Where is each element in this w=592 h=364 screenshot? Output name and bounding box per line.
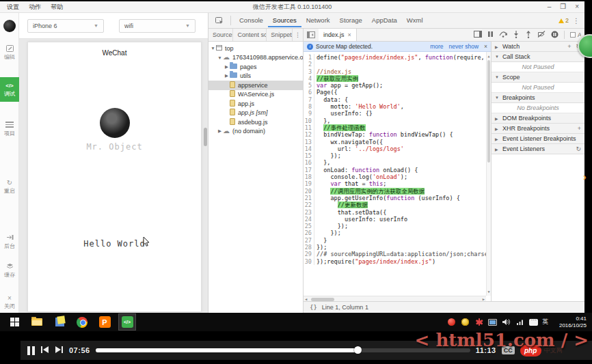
line-number-gutter[interactable]: 7 bbox=[304, 96, 314, 103]
notice-never-show-link[interactable]: never show bbox=[449, 43, 479, 50]
tree-item-1763410988-appservice-open-wei[interactable]: ▼☁1763410988.appservice.open.wei bbox=[208, 53, 303, 63]
coin-icon[interactable] bbox=[460, 317, 470, 327]
tree-item-app-js--sm-[interactable]: app.js [sm] bbox=[208, 109, 303, 118]
subtab-snippets[interactable]: Snippets bbox=[267, 29, 293, 41]
pause-button[interactable] bbox=[27, 346, 35, 355]
add-icon[interactable]: + bbox=[567, 43, 571, 50]
line-number-gutter[interactable]: 2 bbox=[304, 61, 314, 68]
pause-script-icon[interactable] bbox=[487, 31, 494, 39]
ime-panel-icon[interactable] bbox=[528, 317, 539, 327]
toggle-navigator-icon[interactable] bbox=[304, 29, 319, 41]
section-header-call-stack[interactable]: ▼Call Stack bbox=[492, 52, 584, 62]
line-number-gutter[interactable]: 4 bbox=[304, 75, 314, 82]
sidebar-item-project[interactable]: 项目 bbox=[0, 120, 19, 137]
async-checkbox[interactable]: As bbox=[570, 31, 581, 38]
expand-arrow-icon[interactable]: ▶ bbox=[495, 147, 500, 152]
tab-sources[interactable]: Sources bbox=[268, 14, 301, 27]
notice-close-icon[interactable]: × bbox=[484, 43, 487, 50]
tab-network[interactable]: Network bbox=[301, 14, 335, 27]
maximize-button[interactable]: ❒ bbox=[560, 3, 566, 10]
tab-storage[interactable]: Storage bbox=[335, 14, 367, 27]
tree-item-top[interactable]: ▼top bbox=[208, 44, 303, 53]
add-icon[interactable]: + bbox=[578, 125, 581, 132]
line-number-gutter[interactable]: 30 bbox=[304, 258, 314, 265]
tree-right-arrow-icon[interactable]: ▶ bbox=[224, 73, 230, 79]
step-over-icon[interactable] bbox=[499, 31, 507, 39]
deactivate-breakpoints-icon[interactable] bbox=[537, 31, 546, 39]
editor-vertical-scrollbar[interactable]: ▲ ▼ bbox=[486, 52, 491, 296]
tree-item-pages[interactable]: ▶pages bbox=[208, 62, 303, 72]
refresh-icon[interactable]: ↻ bbox=[576, 145, 581, 152]
line-number-gutter[interactable]: 21 bbox=[304, 195, 314, 201]
notice-more-link[interactable]: more bbox=[430, 43, 443, 50]
line-number-gutter[interactable]: 15 bbox=[304, 152, 314, 159]
tree-item-app-js[interactable]: app.js bbox=[208, 99, 303, 109]
section-header-watch[interactable]: ▶Watch+↻ bbox=[492, 42, 584, 52]
expand-arrow-icon[interactable]: ▶ bbox=[495, 137, 500, 141]
inspect-element-icon[interactable] bbox=[212, 17, 227, 25]
progress-bar[interactable] bbox=[96, 348, 470, 352]
edge-expand-arrow-icon[interactable]: › bbox=[583, 171, 587, 182]
line-number-gutter[interactable]: 24 bbox=[304, 216, 314, 223]
line-number-gutter[interactable]: 11 bbox=[304, 124, 314, 131]
menu-item-设置[interactable]: 设置 bbox=[7, 3, 19, 12]
device-select[interactable]: iPhone 6 ▼ bbox=[27, 19, 104, 33]
line-number-gutter[interactable]: 5 bbox=[304, 82, 314, 89]
step-out-icon[interactable] bbox=[525, 31, 532, 40]
sidebar-item-restart[interactable]: ↻重启 bbox=[0, 179, 19, 194]
sidebar-item-background[interactable]: 后台 bbox=[0, 234, 19, 249]
tree-item-waservice-js[interactable]: WAService.js bbox=[208, 90, 303, 100]
tab-appdata[interactable]: AppData bbox=[367, 14, 402, 27]
sidebar-item-edit[interactable]: 编辑 bbox=[0, 45, 19, 60]
network-select[interactable]: wifi ▼ bbox=[119, 19, 196, 33]
line-number-gutter[interactable]: 16 bbox=[304, 159, 314, 166]
scroll-left-icon[interactable]: ◀ bbox=[305, 296, 307, 301]
tree-down-arrow-icon[interactable]: ▼ bbox=[210, 46, 216, 51]
collapse-arrow-icon[interactable]: ▼ bbox=[495, 96, 500, 100]
scroll-right-icon[interactable]: ▶ bbox=[483, 296, 485, 301]
section-header-event-listener-breakpoints[interactable]: ▶Event Listener Breakpoints bbox=[492, 134, 584, 144]
code-editor[interactable]: i Source Map detected. more never show × bbox=[304, 42, 492, 301]
sidebar-item-cache[interactable]: 缓存 bbox=[0, 263, 19, 278]
tree-down-arrow-icon[interactable]: ▼ bbox=[217, 55, 223, 60]
panel-toggle-icon[interactable] bbox=[474, 31, 482, 39]
tree-right-arrow-icon[interactable]: ▶ bbox=[217, 128, 223, 134]
taskbar-app-chrome[interactable] bbox=[73, 313, 91, 331]
sidebar-item-debug[interactable]: </>调试 bbox=[0, 77, 19, 102]
expand-arrow-icon[interactable]: ▶ bbox=[495, 126, 500, 131]
editor-horizontal-scrollbar[interactable]: ◀ ▶ bbox=[304, 296, 486, 301]
line-number-gutter[interactable]: 1 bbox=[304, 54, 314, 61]
section-header-breakpoints[interactable]: ▼Breakpoints bbox=[492, 93, 584, 103]
scroll-up-icon[interactable]: ▲ bbox=[487, 53, 491, 59]
simulator-scrollbar[interactable] bbox=[204, 128, 207, 146]
line-number-gutter[interactable]: 22 bbox=[304, 201, 314, 208]
line-number-gutter[interactable]: 28 bbox=[304, 244, 314, 251]
line-number-gutter[interactable]: 6 bbox=[304, 89, 314, 96]
minimize-button[interactable]: – bbox=[548, 3, 552, 10]
tree-item-appservice[interactable]: appservice bbox=[208, 81, 303, 90]
taskbar-app-wechat-devtools[interactable]: </> bbox=[118, 313, 136, 331]
taskbar-clock[interactable]: 0:41 2016/10/25 bbox=[552, 316, 590, 328]
tree-right-arrow-icon[interactable]: ▶ bbox=[224, 64, 230, 70]
line-number-gutter[interactable]: 18 bbox=[304, 173, 314, 180]
user-avatar[interactable] bbox=[3, 20, 16, 32]
line-number-gutter[interactable]: 8 bbox=[304, 103, 314, 110]
warnings-badge[interactable]: 2 bbox=[559, 17, 569, 24]
expand-arrow-icon[interactable]: ▶ bbox=[495, 44, 500, 49]
taskbar-app-explorer[interactable] bbox=[28, 313, 46, 331]
subtabs-menu-icon[interactable]: ⋮ bbox=[293, 29, 303, 41]
network-icon[interactable] bbox=[515, 317, 525, 327]
line-number-gutter[interactable]: 13 bbox=[304, 139, 314, 145]
tree-item-asdebug-js[interactable]: asdebug.js bbox=[208, 117, 303, 127]
next-button[interactable] bbox=[55, 344, 64, 356]
ime-language-indicator[interactable]: 英 bbox=[542, 318, 548, 326]
line-number-gutter[interactable]: 3 bbox=[304, 68, 314, 75]
line-number-gutter[interactable]: 29 bbox=[304, 251, 314, 257]
close-tab-icon[interactable]: × bbox=[348, 31, 351, 38]
line-number-gutter[interactable]: 17 bbox=[304, 167, 314, 173]
line-number-gutter[interactable]: 10 bbox=[304, 117, 314, 124]
close-button[interactable]: × bbox=[575, 3, 579, 10]
open-file-tab[interactable]: index.js × bbox=[319, 29, 357, 41]
antivirus-icon[interactable] bbox=[474, 317, 484, 327]
previous-button[interactable] bbox=[40, 344, 49, 356]
